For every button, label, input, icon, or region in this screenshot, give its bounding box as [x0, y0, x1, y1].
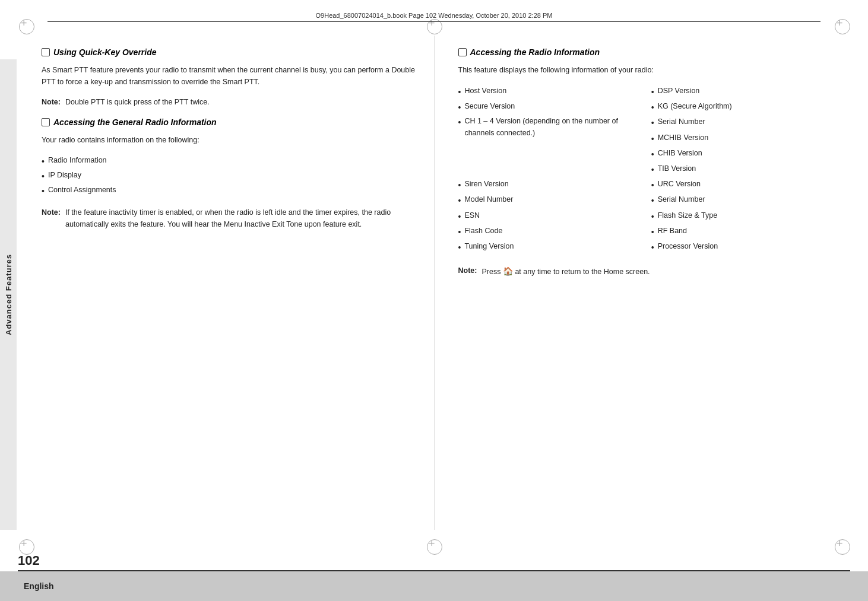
section-icon-quickkey	[42, 48, 50, 56]
header-text: O9Head_68007024014_b.book Page 102 Wedne…	[316, 12, 553, 19]
note-text-2: If the feature inactivity timer is enabl…	[65, 206, 416, 230]
left-column: Using Quick-Key Override As Smart PTT fe…	[18, 36, 435, 530]
reg-mark-top-left	[19, 19, 33, 33]
note-label-1: Note:	[42, 96, 61, 108]
list-item: Host Version	[458, 84, 639, 100]
list-item: IP Display	[42, 169, 416, 184]
radio-intro: This feature displays the following info…	[458, 64, 833, 76]
general-intro: Your radio contains information on the f…	[42, 134, 416, 146]
list-item: URC Version	[651, 177, 832, 193]
list-item: CH 1 – 4 Version (depending on the numbe…	[458, 115, 639, 177]
note-text-1: Double PTT is quick press of the PTT twi…	[65, 96, 416, 108]
list-item: Secure Version	[458, 100, 639, 115]
quickkey-intro: As Smart PTT feature prevents your radio…	[42, 64, 416, 88]
sidebar-text: Advanced Features	[4, 254, 13, 335]
list-item: TIB Version	[651, 162, 832, 177]
list-item: CHIB Version	[651, 147, 832, 162]
note-block-1: Note: Double PTT is quick press of the P…	[42, 96, 416, 108]
note-label-2: Note:	[42, 206, 61, 230]
col2-group: Serial Number MCHIB Version CHIB Version…	[651, 115, 832, 177]
list-item: ESN	[458, 209, 639, 224]
page-number: 102	[18, 553, 40, 568]
list-item: Tuning Version	[458, 240, 639, 255]
footer: 102 English	[0, 536, 868, 601]
section-title-general: Accessing the General Radio Information	[53, 117, 217, 127]
note-home-label: Note:	[458, 265, 477, 278]
main-content: Using Quick-Key Override As Smart PTT fe…	[18, 36, 850, 530]
section-title-radio: Accessing the Radio Information	[470, 47, 600, 57]
note-block-2: Note: If the feature inactivity timer is…	[42, 206, 416, 230]
section-icon-general	[42, 118, 50, 126]
home-icon: 🏠	[503, 265, 513, 278]
list-item: KG (Secure Algorithm)	[651, 100, 832, 115]
section-heading-general: Accessing the General Radio Information	[42, 117, 416, 127]
list-item: Processor Version	[651, 240, 832, 255]
section-title-quickkey: Using Quick-Key Override	[53, 47, 157, 57]
sidebar-label: Advanced Features	[0, 59, 17, 530]
list-item: Serial Number	[651, 193, 832, 208]
header-bar: O9Head_68007024014_b.book Page 102 Wedne…	[47, 12, 821, 22]
list-item: MCHIB Version	[651, 131, 832, 147]
reg-mark-top-right	[835, 19, 849, 33]
section-icon-radio	[458, 48, 467, 56]
list-item: Control Assignments	[42, 184, 416, 199]
list-item: DSP Version	[651, 84, 832, 100]
list-item: RF Band	[651, 224, 832, 240]
list-item: Siren Version	[458, 177, 639, 193]
note-home-text: Press 🏠 at any time to return to the Hom…	[481, 265, 650, 278]
footer-language: English	[24, 581, 54, 591]
list-item: Flash Size & Type	[651, 209, 832, 224]
general-bullet-list: Radio Information IP Display Control Ass…	[42, 154, 416, 198]
list-item: Serial Number	[651, 115, 832, 131]
list-item: Model Number	[458, 193, 639, 208]
note-home: Note: Press 🏠 at any time to return to t…	[458, 265, 833, 278]
list-item: Flash Code	[458, 224, 639, 240]
section-heading-radio: Accessing the Radio Information	[458, 47, 833, 57]
section-heading-quickkey: Using Quick-Key Override	[42, 47, 416, 57]
right-column: Accessing the Radio Information This fea…	[435, 36, 851, 530]
list-item: Radio Information	[42, 154, 416, 169]
radio-info-bullets: Host Version DSP Version Secure Version …	[458, 84, 833, 255]
footer-bar: English	[0, 571, 868, 601]
